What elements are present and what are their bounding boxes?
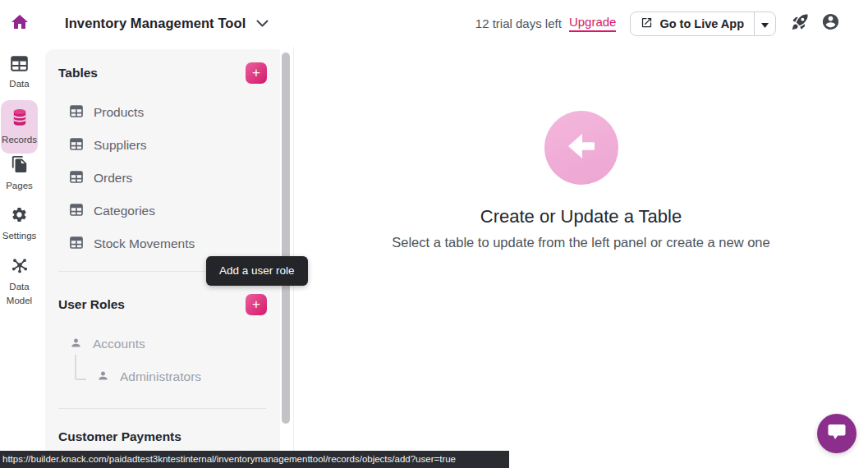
chat-bubble-icon	[827, 423, 847, 444]
main-subtitle: Select a table to update from the left p…	[392, 235, 769, 250]
user-roles-section-header: User Roles +	[58, 293, 267, 316]
add-user-role-tooltip: Add a user role	[206, 256, 308, 286]
trial-days-text: 12 trial days left	[475, 16, 562, 30]
nav-item-pages[interactable]: Pages	[0, 155, 39, 193]
nav-label: Records	[2, 133, 37, 147]
panel-scrollbar[interactable]	[282, 53, 290, 424]
main-title: Create or Update a Table	[480, 206, 682, 227]
add-table-button[interactable]: +	[246, 62, 267, 84]
person-icon	[97, 369, 109, 385]
table-row-label: Suppliers	[94, 138, 147, 153]
nav-item-data[interactable]: Data	[0, 56, 39, 91]
table-icon	[70, 171, 83, 186]
upgrade-link[interactable]: Upgrade	[569, 15, 617, 32]
database-icon	[11, 108, 29, 131]
table-icon	[70, 138, 83, 154]
avatar-icon	[821, 12, 840, 34]
account-menu-button[interactable]	[821, 12, 840, 34]
chevron-down-icon	[256, 16, 269, 31]
table-row-label: Orders	[94, 171, 132, 186]
status-bar-url: https://builder.knack.com/paidadtest3knt…	[0, 451, 509, 468]
pages-icon	[11, 155, 29, 177]
home-icon	[10, 12, 30, 35]
table-row-label: Categories	[94, 204, 155, 218]
header: Inventory Management Tool 12 trial days …	[0, 0, 868, 47]
data-model-icon	[11, 257, 29, 278]
nav-item-records[interactable]: Records	[1, 100, 38, 154]
nav-item-data-model[interactable]: Data Model	[0, 257, 39, 307]
go-to-live-app-button[interactable]: Go to Live App	[631, 12, 754, 35]
gear-icon	[11, 206, 28, 227]
chat-button[interactable]	[817, 414, 857, 453]
main-content: Create or Update a Table Select a table …	[294, 47, 868, 468]
go-to-live-app-label: Go to Live App	[659, 17, 744, 30]
role-row-label: Accounts	[93, 337, 145, 351]
table-row-suppliers[interactable]: Suppliers	[58, 129, 267, 162]
whats-new-button[interactable]	[791, 12, 810, 34]
tables-heading: Tables	[58, 66, 98, 80]
divider	[58, 408, 266, 409]
table-icon	[70, 105, 83, 121]
table-icon	[70, 204, 83, 219]
nav-label: Pages	[6, 179, 33, 193]
rocket-icon	[791, 12, 810, 34]
data-table-icon	[11, 56, 28, 75]
table-icon	[70, 236, 83, 252]
nav-label: Data	[9, 77, 29, 91]
app-switcher[interactable]: Inventory Management Tool	[65, 0, 269, 47]
role-row-administrators[interactable]: Administrators	[58, 360, 267, 393]
external-link-icon	[641, 16, 653, 31]
arrow-circle	[544, 111, 618, 185]
table-row-orders[interactable]: Orders	[58, 162, 267, 195]
live-app-dropdown-button[interactable]	[754, 12, 775, 35]
arrow-left-icon	[563, 127, 600, 168]
table-row-label: Stock Movements	[94, 236, 195, 251]
header-actions: 12 trial days left Upgrade Go to Live Ap…	[475, 0, 840, 47]
role-row-accounts[interactable]: Accounts	[58, 328, 267, 360]
knack-builder-app: Inventory Management Tool 12 trial days …	[0, 0, 868, 468]
home-button[interactable]	[0, 0, 39, 47]
caret-down-icon	[761, 16, 769, 31]
person-icon	[70, 337, 82, 352]
user-roles-heading: User Roles	[58, 297, 125, 312]
table-row-categories[interactable]: Categories	[58, 195, 267, 227]
tables-section-header: Tables +	[58, 62, 267, 85]
table-row-label: Products	[94, 105, 144, 120]
app-title: Inventory Management Tool	[65, 16, 246, 31]
table-row-products[interactable]: Products	[58, 96, 267, 129]
table-row-stock-movements[interactable]: Stock Movements	[58, 227, 267, 260]
role-row-label: Administrators	[120, 369, 201, 384]
customer-payments-heading: Customer Payments	[58, 429, 181, 445]
add-user-role-button[interactable]: +	[246, 294, 267, 315]
nav-label: Settings	[2, 229, 37, 243]
nav-item-settings[interactable]: Settings	[0, 206, 39, 243]
live-app-split-button: Go to Live App	[630, 11, 776, 36]
nav-rail: Data Records Pages Settings Data Model	[0, 47, 39, 468]
nav-label: Data Model	[5, 280, 34, 307]
